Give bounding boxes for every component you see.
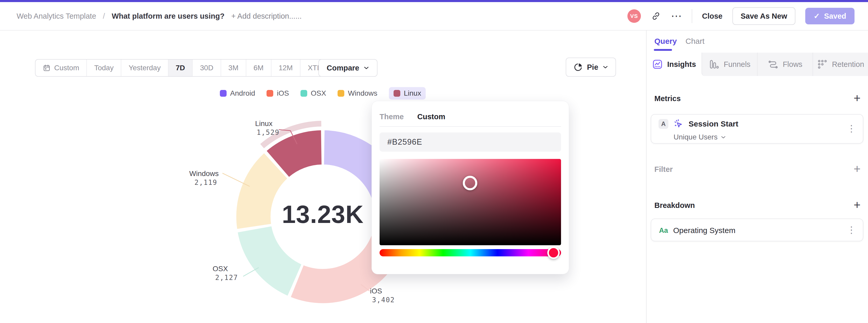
view-tab-label: Flows — [783, 60, 802, 69]
legend-item-osx[interactable]: OSX — [301, 89, 326, 97]
tab-chart[interactable]: Chart — [685, 37, 704, 45]
breakdown-heading: Breakdown — [654, 201, 695, 210]
compare-label: Compare — [327, 64, 359, 72]
more-options-button[interactable]: ⋯ — [671, 13, 682, 19]
donut-slice-osx[interactable] — [237, 226, 302, 296]
range-3m[interactable]: 3M — [221, 60, 246, 76]
legend-swatch-linux — [394, 90, 400, 97]
color-picker-popup: Theme Custom #B2596E — [372, 101, 569, 274]
range-30d[interactable]: 30D — [193, 60, 221, 76]
legend-item-ios[interactable]: iOS — [267, 89, 289, 97]
legend-label: OSX — [311, 89, 326, 97]
hue-slider[interactable] — [379, 249, 561, 256]
range-6m[interactable]: 6M — [246, 60, 272, 76]
range-label: 6M — [253, 64, 264, 72]
range-label: 12M — [279, 64, 293, 72]
close-button[interactable]: Close — [702, 12, 722, 21]
page-title[interactable]: What platform are users using? — [112, 12, 224, 21]
metrics-heading: Metrics — [654, 94, 681, 103]
insights-icon — [652, 59, 663, 70]
chevron-down-icon — [364, 66, 369, 70]
metric-kebab-menu[interactable]: ⋮ — [847, 124, 856, 133]
tab-theme[interactable]: Theme — [379, 112, 404, 121]
legend-item-linux[interactable]: Linux — [389, 87, 426, 100]
add-description-button[interactable]: + Add description...... — [231, 12, 302, 21]
tab-flows[interactable]: Flows — [757, 53, 812, 76]
view-tab-label: Funnels — [723, 60, 750, 69]
range-7d[interactable]: 7D — [168, 60, 193, 76]
chart-type-label: Pie — [587, 63, 598, 71]
range-today[interactable]: Today — [87, 60, 121, 76]
breadcrumb-root[interactable]: Web Analytics Template — [17, 12, 96, 21]
add-filter-button[interactable]: + — [851, 163, 863, 174]
avatar[interactable]: VS — [627, 9, 641, 23]
add-breakdown-button[interactable]: + — [851, 199, 863, 211]
legend-label: Linux — [404, 89, 421, 97]
slice-label-osx: OSX 2,127 — [213, 264, 238, 282]
chart-legend: Android iOS OSX Windows Linux — [0, 87, 646, 100]
range-12m[interactable]: 12M — [272, 60, 301, 76]
saturation-handle[interactable] — [463, 176, 477, 190]
slice-label-windows: Windows 2,119 — [189, 169, 219, 187]
hex-color-input[interactable]: #B2596E — [379, 132, 561, 152]
slice-name: Windows — [189, 169, 219, 178]
active-tab-underline — [654, 49, 672, 51]
slice-label-ios: iOS 3,402 — [370, 287, 395, 304]
range-yesterday[interactable]: Yesterday — [121, 60, 168, 76]
legend-swatch-windows — [338, 90, 344, 97]
legend-item-android[interactable]: Android — [220, 89, 255, 97]
range-label: Custom — [54, 64, 79, 72]
save-as-new-button[interactable]: Save As New — [733, 7, 796, 25]
tab-custom[interactable]: Custom — [417, 112, 445, 121]
tab-funnels[interactable]: Funnels — [702, 53, 757, 76]
legend-swatch-ios — [267, 90, 273, 97]
range-label: 7D — [176, 64, 185, 72]
date-range-selector: Custom Today Yesterday 7D 30D 3M 6M 12M … — [35, 59, 339, 77]
check-icon: ✓ — [813, 12, 820, 21]
share-link-icon[interactable] — [651, 11, 661, 21]
legend-label: iOS — [277, 89, 289, 97]
event-sparkle-cursor-icon — [673, 119, 684, 129]
metric-card[interactable]: A Session Start ⋮ Unique Users — [651, 114, 863, 143]
view-tab-label: Insights — [667, 60, 696, 69]
slice-value: 1,529 — [257, 128, 279, 137]
filter-heading: Filter — [654, 165, 673, 174]
add-metric-button[interactable]: + — [851, 92, 863, 104]
legend-item-windows[interactable]: Windows — [338, 89, 377, 97]
slice-value: 2,119 — [194, 178, 219, 187]
aggregation-dropdown[interactable]: Unique Users — [674, 133, 726, 141]
chevron-down-icon — [721, 136, 726, 139]
compare-button[interactable]: Compare — [318, 59, 377, 77]
range-custom[interactable]: Custom — [35, 60, 87, 76]
metric-label: Session Start — [689, 120, 738, 128]
legend-label: Windows — [348, 89, 377, 97]
slice-name: Linux — [255, 119, 279, 128]
breakdown-card[interactable]: Aa Operating System ⋮ — [651, 219, 863, 241]
range-label: 30D — [200, 64, 213, 72]
slice-value: 3,402 — [372, 295, 395, 304]
calendar-icon — [43, 64, 51, 72]
hue-handle[interactable] — [547, 247, 560, 259]
header-divider — [692, 9, 692, 23]
tab-query[interactable]: Query — [654, 37, 677, 45]
funnels-icon — [709, 59, 719, 70]
saved-button[interactable]: ✓ Saved — [805, 8, 855, 24]
chart-type-button[interactable]: Pie — [566, 58, 616, 77]
metric-row: A Session Start — [658, 119, 738, 129]
breakdown-label: Operating System — [673, 226, 736, 235]
picker-divider — [379, 126, 561, 127]
slice-value: 2,127 — [215, 273, 238, 282]
metric-series-badge: A — [658, 119, 669, 129]
breakdown-row: Aa Operating System — [659, 219, 736, 242]
header-actions: VS ⋯ Close Save As New ✓ Saved — [627, 2, 855, 30]
range-label: Today — [94, 64, 114, 72]
donut-slice-linux[interactable] — [266, 130, 322, 177]
breakdown-kebab-menu[interactable]: ⋮ — [847, 225, 856, 235]
flows-icon — [768, 59, 779, 70]
tab-insights[interactable]: Insights — [647, 53, 702, 76]
tab-retention[interactable]: Retention — [812, 53, 868, 76]
chevron-down-icon — [602, 65, 608, 69]
saturation-value-area[interactable] — [379, 159, 561, 245]
slice-name: iOS — [370, 287, 395, 295]
top-accent-bar — [0, 0, 868, 2]
